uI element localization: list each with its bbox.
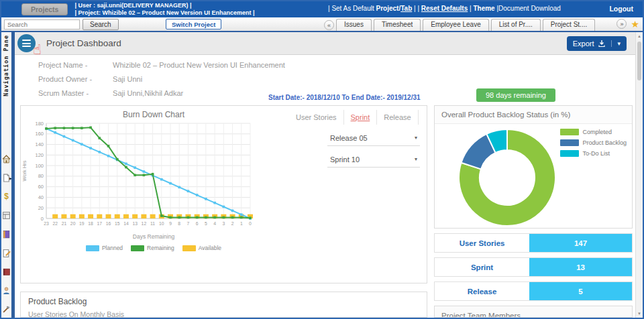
- svg-text:15: 15: [115, 221, 120, 226]
- top-links: | Set As Default Project/Tab | | Reset D…: [328, 5, 561, 12]
- user-stories-stat-value: 147: [529, 234, 632, 252]
- set-default-project-link[interactable]: Project/: [376, 5, 401, 12]
- svg-text:0: 0: [249, 221, 252, 226]
- user-project-info: | User : saji.unni(DELIVERY MANAGER) | |…: [74, 2, 254, 17]
- sprint-dropdown[interactable]: Sprint 10 ▾: [327, 153, 420, 168]
- todo-list-color-chip: [560, 150, 579, 157]
- hand-cursor-icon: ☝: [33, 42, 42, 58]
- search-button[interactable]: Search: [83, 19, 119, 30]
- set-as-default-label: | Set As Default: [328, 5, 376, 12]
- scroll-tabs-right-icon[interactable]: »: [616, 19, 627, 29]
- project-name-label: Project Name -: [38, 61, 111, 69]
- product-backlog-panel: Product Backlog User Stories On Monthly …: [20, 292, 427, 318]
- export-dropdown-caret-icon[interactable]: ▾: [611, 40, 621, 47]
- tab-issues[interactable]: Issues: [336, 19, 372, 31]
- user-stories-stat-row[interactable]: User Stories 147: [434, 233, 633, 253]
- legend-label: Remaining: [147, 245, 174, 251]
- sprint-stat-row[interactable]: Sprint 13: [434, 257, 633, 277]
- user-line: | User : saji.unni(DELIVERY MANAGER) |: [74, 2, 254, 9]
- scrollbar-thumb[interactable]: [637, 42, 641, 80]
- svg-text:180: 180: [35, 121, 44, 127]
- page-body: Navigation Pane $: [1, 32, 643, 318]
- main-content: ☝ Project Dashboard Export ▾ Project Nam…: [15, 32, 643, 318]
- svg-text:23: 23: [44, 221, 49, 226]
- scrollbar-down-icon[interactable]: ▼: [636, 312, 643, 316]
- burndown-chart-title: Burn Down Chart: [21, 110, 266, 119]
- export-button[interactable]: Export ▾: [567, 36, 627, 51]
- reset-defaults-link[interactable]: Reset Defaults: [421, 5, 468, 12]
- chart-filter-tabs: User Stories Sprint Release: [289, 110, 423, 125]
- tab-list-of-projects[interactable]: List of Pr....: [491, 19, 541, 31]
- tab-employee-leave[interactable]: Employee Leave: [423, 19, 489, 31]
- logout-link[interactable]: Logout: [609, 5, 633, 13]
- theme-link[interactable]: Theme: [473, 5, 494, 12]
- project-info-section: Project Name - Whizible 02 – Product New…: [15, 55, 643, 103]
- scroll-tabs-left-icon[interactable]: «: [324, 20, 334, 30]
- product-owner-label: Product Owner -: [38, 75, 111, 83]
- form-icon[interactable]: [2, 211, 11, 220]
- user-icon[interactable]: [2, 286, 11, 295]
- left-column: Burn Down Chart 020406080100120140160180…: [20, 105, 427, 318]
- release-stat-value: 5: [529, 282, 632, 300]
- toolbar: Search Switch Project « Issues Timesheet…: [1, 17, 643, 32]
- scrum-master-label: Scrum Master -: [38, 89, 111, 97]
- burndown-chart-zone: Burn Down Chart 020406080100120140160180…: [21, 106, 266, 251]
- tab-project-status[interactable]: Project St....: [543, 19, 595, 31]
- burndown-panel: Burn Down Chart 020406080100120140160180…: [20, 105, 427, 283]
- scrum-master-value: Saji Unni,Nikhil Adkar: [113, 89, 183, 97]
- release-dropdown[interactable]: Release 05 ▾: [327, 132, 420, 146]
- search-input[interactable]: [4, 19, 80, 29]
- notebook-icon[interactable]: [2, 230, 11, 239]
- release-stat-row[interactable]: Release 5: [434, 281, 633, 301]
- chart-filter-zone: User Stories Sprint Release Release 05 ▾…: [289, 110, 423, 168]
- sprint-stat-label: Sprint: [435, 258, 529, 276]
- favorite-star-icon[interactable]: ★: [631, 19, 639, 29]
- burndown-chart: 0204060801001201401601802322212019181716…: [21, 119, 257, 232]
- dropdown-caret-icon: ▾: [415, 135, 417, 141]
- available-color-chip: [182, 245, 196, 251]
- switch-project-button[interactable]: Switch Project: [166, 19, 221, 29]
- legend-item-planned: Planned: [86, 245, 123, 251]
- svg-text:4: 4: [213, 221, 216, 226]
- sprint-dropdown-value: Sprint 10: [330, 155, 360, 164]
- remaining-color-chip: [131, 245, 144, 251]
- filter-tab-sprint[interactable]: Sprint: [344, 110, 378, 125]
- legend-label: Available: [199, 245, 221, 251]
- svg-text:12: 12: [142, 221, 147, 226]
- app-window: Projects | User : saji.unni(DELIVERY MAN…: [0, 0, 644, 319]
- svg-text:Work Hrs: Work Hrs: [21, 160, 28, 181]
- burndown-legend: Planned Remaining Available: [21, 245, 266, 251]
- svg-text:100: 100: [35, 163, 44, 169]
- svg-text:160: 160: [35, 131, 44, 137]
- red-book-icon[interactable]: [2, 267, 11, 276]
- home-icon[interactable]: [2, 155, 11, 164]
- svg-text:19: 19: [79, 221, 85, 226]
- dollar-icon[interactable]: $: [2, 192, 11, 201]
- svg-text:14: 14: [123, 221, 129, 226]
- svg-text:11: 11: [150, 221, 155, 226]
- backlog-status-panel: Overall Product Backlog Status (in %) Co…: [434, 105, 633, 229]
- set-default-tab-link[interactable]: Tab: [400, 5, 412, 12]
- separator: | |: [412, 5, 421, 12]
- product-owner-value: Saji Unni: [113, 75, 142, 83]
- document-download-link[interactable]: Document Download: [498, 5, 561, 12]
- svg-text:80: 80: [38, 173, 44, 179]
- scrollbar-up-icon[interactable]: ▲: [636, 34, 643, 38]
- filter-tab-release[interactable]: Release: [377, 110, 418, 125]
- legend-item-available: Available: [182, 245, 221, 251]
- planned-color-chip: [86, 245, 99, 251]
- tab-timesheet[interactable]: Timesheet: [374, 19, 421, 31]
- svg-text:5: 5: [205, 221, 207, 226]
- tools-icon[interactable]: [2, 305, 11, 314]
- svg-text:20: 20: [70, 221, 76, 226]
- vertical-scrollbar[interactable]: ▲ ▼: [635, 32, 643, 318]
- edit-document-icon[interactable]: [2, 249, 11, 257]
- legend-label: Completed: [582, 129, 612, 135]
- legend-label: Planned: [102, 245, 123, 251]
- svg-text:1: 1: [240, 221, 243, 226]
- legend-item-todo-list: To-Do List: [560, 150, 627, 157]
- product-backlog-title: Product Backlog: [28, 297, 419, 306]
- filter-tab-user-stories[interactable]: User Stories: [289, 110, 344, 125]
- navigation-pane-rail: Navigation Pane $: [1, 32, 15, 318]
- projects-button[interactable]: Projects: [21, 3, 68, 15]
